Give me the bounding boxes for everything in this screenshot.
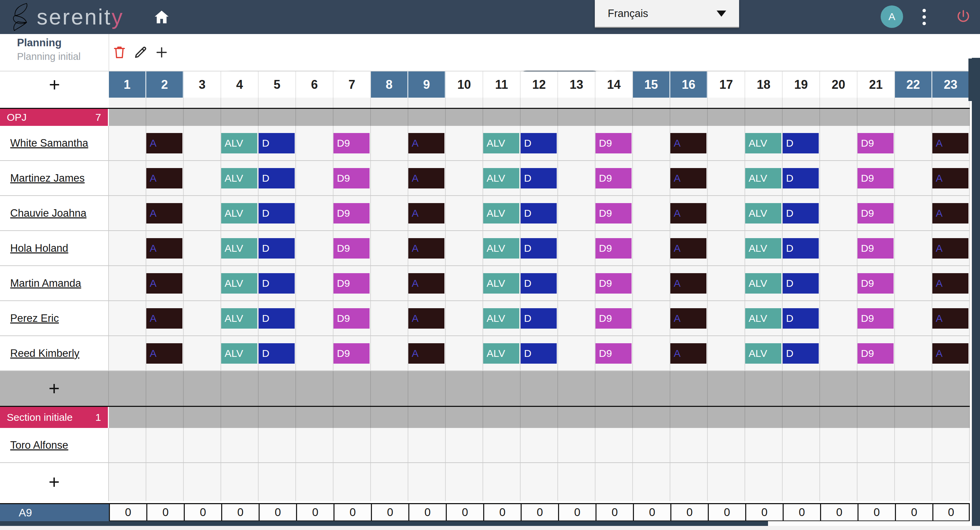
shift-D-chip[interactable]: D	[783, 238, 819, 259]
shift-D9-chip[interactable]: D9	[334, 203, 369, 224]
member-name-link[interactable]: Perez Eric	[10, 312, 59, 325]
schedule-cell-day-9[interactable]: A	[408, 161, 446, 195]
schedule-cell-day-9[interactable]	[408, 428, 446, 462]
schedule-cell-day-11[interactable]	[483, 428, 520, 462]
schedule-cell-day-3[interactable]	[184, 161, 221, 195]
schedule-cell-day-16[interactable]: A	[670, 126, 708, 160]
schedule-cell-day-12[interactable]: D	[520, 266, 558, 300]
shift-A-chip[interactable]: A	[670, 133, 706, 154]
schedule-cell-day-21[interactable]	[858, 428, 895, 462]
schedule-cell-day-22[interactable]	[895, 266, 932, 300]
shift-A-chip[interactable]: A	[146, 343, 182, 363]
schedule-cell-day-10[interactable]	[446, 196, 483, 230]
schedule-cell-day-21[interactable]: D9	[858, 336, 895, 370]
shift-ALV-chip[interactable]: ALV	[221, 238, 257, 259]
schedule-cell-day-1[interactable]	[109, 231, 146, 265]
schedule-cell-day-19[interactable]: D	[783, 336, 820, 370]
shift-D-chip[interactable]: D	[783, 203, 819, 224]
schedule-cell-day-2[interactable]: A	[146, 231, 184, 265]
schedule-cell-day-21[interactable]: D9	[858, 196, 895, 230]
shift-D-chip[interactable]: D	[259, 203, 295, 224]
schedule-cell-day-8[interactable]	[371, 126, 408, 160]
schedule-cell-day-9[interactable]: A	[408, 301, 446, 335]
schedule-cell-day-10[interactable]	[446, 266, 483, 300]
schedule-cell-day-1[interactable]	[109, 336, 146, 370]
shift-D-chip[interactable]: D	[259, 168, 295, 189]
member-name-link[interactable]: Martin Amanda	[10, 277, 81, 289]
shift-A-chip[interactable]: A	[408, 168, 444, 189]
schedule-cell-day-22[interactable]	[895, 336, 932, 370]
day-header-6[interactable]: 6	[296, 71, 334, 98]
schedule-cell-day-16[interactable]: A	[670, 301, 708, 335]
schedule-cell-day-4[interactable]: ALV	[221, 231, 259, 265]
schedule-cell-day-14[interactable]: D9	[595, 266, 633, 300]
shift-A-chip[interactable]: A	[408, 133, 444, 154]
schedule-cell-day-12[interactable]	[520, 428, 558, 462]
shift-A-chip[interactable]: A	[670, 308, 706, 328]
schedule-cell-day-8[interactable]	[371, 336, 408, 370]
brand-logo[interactable]: serenity	[11, 3, 124, 31]
schedule-cell-day-15[interactable]	[633, 336, 670, 370]
schedule-cell-day-1[interactable]	[109, 301, 146, 335]
schedule-cell-day-12[interactable]: D	[520, 231, 558, 265]
schedule-cell-day-18[interactable]: ALV	[745, 336, 783, 370]
schedule-cell-day-6[interactable]	[296, 301, 334, 335]
schedule-cell-day-8[interactable]	[371, 266, 408, 300]
member-name-link[interactable]: Martinez James	[10, 172, 85, 184]
schedule-cell-day-12[interactable]: D	[520, 336, 558, 370]
schedule-cell-day-23[interactable]: A	[932, 161, 970, 195]
schedule-cell-day-17[interactable]	[708, 126, 745, 160]
schedule-cell-day-2[interactable]: A	[146, 161, 184, 195]
schedule-cell-day-8[interactable]	[371, 301, 408, 335]
schedule-cell-day-23[interactable]: A	[932, 266, 970, 300]
shift-D-chip[interactable]: D	[520, 273, 557, 294]
schedule-cell-day-9[interactable]: A	[408, 196, 446, 230]
language-select[interactable]: Français	[595, 0, 739, 28]
shift-A-chip[interactable]: A	[146, 273, 182, 294]
shift-D9-chip[interactable]: D9	[334, 273, 369, 294]
shift-D9-chip[interactable]: D9	[595, 308, 632, 328]
schedule-cell-day-4[interactable]: ALV	[221, 301, 259, 335]
kebab-menu-button[interactable]	[921, 9, 928, 25]
schedule-cell-day-5[interactable]: D	[259, 196, 296, 230]
schedule-cell-day-8[interactable]	[371, 196, 408, 230]
schedule-cell-day-15[interactable]	[633, 126, 670, 160]
shift-D9-chip[interactable]: D9	[334, 133, 369, 154]
member-name-link[interactable]: Chauvie Joahna	[10, 207, 86, 219]
shift-D9-chip[interactable]: D9	[858, 343, 894, 363]
logout-button[interactable]	[955, 8, 972, 25]
shift-D9-chip[interactable]: D9	[858, 273, 894, 294]
shift-D9-chip[interactable]: D9	[334, 343, 369, 363]
schedule-cell-day-23[interactable]: A	[932, 336, 970, 370]
schedule-cell-day-5[interactable]: D	[259, 301, 296, 335]
schedule-cell-day-13[interactable]	[558, 231, 595, 265]
shift-D-chip[interactable]: D	[520, 308, 557, 328]
schedule-cell-day-17[interactable]	[708, 301, 745, 335]
schedule-cell-day-5[interactable]: D	[259, 126, 296, 160]
shift-A-chip[interactable]: A	[146, 168, 182, 189]
schedule-cell-day-12[interactable]: D	[520, 196, 558, 230]
schedule-cell-day-21[interactable]: D9	[858, 126, 895, 160]
schedule-cell-day-3[interactable]	[184, 301, 221, 335]
shift-ALV-chip[interactable]: ALV	[745, 133, 781, 154]
schedule-cell-day-14[interactable]: D9	[595, 161, 633, 195]
schedule-cell-day-18[interactable]: ALV	[745, 301, 783, 335]
schedule-cell-day-11[interactable]: ALV	[483, 336, 520, 370]
shift-A-chip[interactable]: A	[932, 203, 969, 224]
shift-D9-chip[interactable]: D9	[858, 168, 894, 189]
schedule-cell-day-14[interactable]: D9	[595, 231, 633, 265]
schedule-cell-day-2[interactable]: A	[146, 126, 184, 160]
schedule-cell-day-17[interactable]	[708, 231, 745, 265]
schedule-cell-day-18[interactable]: ALV	[745, 231, 783, 265]
schedule-cell-day-16[interactable]: A	[670, 161, 708, 195]
shift-A-chip[interactable]: A	[408, 343, 444, 363]
schedule-cell-day-4[interactable]: ALV	[221, 266, 259, 300]
schedule-cell-day-11[interactable]: ALV	[483, 161, 520, 195]
shift-ALV-chip[interactable]: ALV	[221, 203, 257, 224]
vertical-scrollbar-thumb[interactable]	[969, 59, 980, 101]
schedule-cell-day-5[interactable]	[259, 428, 296, 462]
schedule-cell-day-15[interactable]	[633, 196, 670, 230]
schedule-cell-day-20[interactable]	[820, 196, 858, 230]
schedule-cell-day-6[interactable]	[296, 266, 334, 300]
schedule-cell-day-5[interactable]: D	[259, 161, 296, 195]
